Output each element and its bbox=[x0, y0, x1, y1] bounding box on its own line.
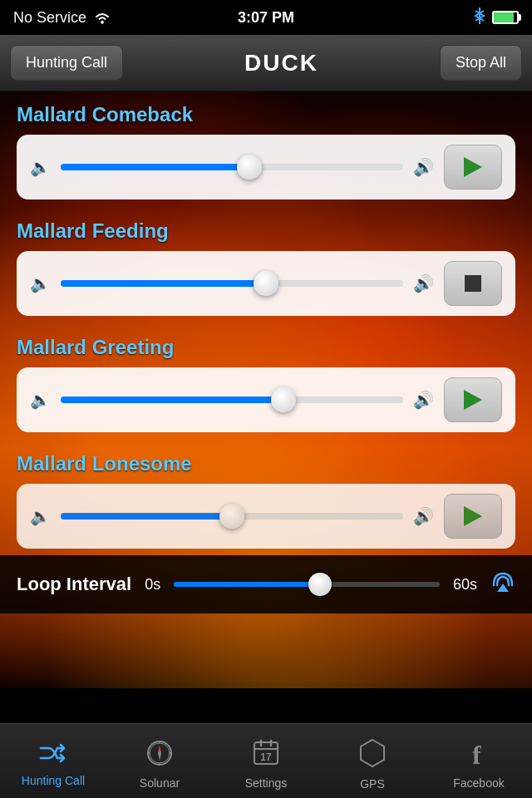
tab-label-gps: GPS bbox=[360, 777, 385, 791]
sound-title-1: Mallard Feeding bbox=[17, 219, 515, 243]
status-time: 3:07 PM bbox=[238, 9, 294, 27]
stop-all-button[interactable]: Stop All bbox=[440, 45, 522, 81]
sound-title-3: Mallard Lonesome bbox=[17, 452, 515, 475]
loop-slider-thumb[interactable] bbox=[308, 573, 332, 596]
airplay-icon[interactable] bbox=[490, 570, 515, 599]
sound-controls-1: 🔈 🔊 bbox=[17, 251, 515, 316]
stop-icon-1 bbox=[465, 275, 481, 292]
play-icon-0 bbox=[464, 157, 482, 177]
vol-low-icon-3: 🔈 bbox=[30, 506, 51, 526]
play-button-3[interactable] bbox=[444, 494, 502, 539]
compass-icon bbox=[145, 739, 174, 773]
tab-label-facebook: Facebook bbox=[453, 776, 504, 790]
bluetooth-icon bbox=[474, 7, 485, 28]
sound-title-0: Mallard Comeback bbox=[17, 103, 515, 126]
svg-marker-2 bbox=[497, 584, 509, 592]
main-content: Mallard Comeback 🔈 🔊 Mallard Feeding 🔈 bbox=[0, 91, 532, 688]
sound-controls-3: 🔈 🔊 bbox=[17, 484, 515, 549]
loop-interval-bar: Loop Interval 0s 60s bbox=[0, 555, 532, 613]
vol-low-icon-2: 🔈 bbox=[30, 390, 51, 410]
svg-marker-21 bbox=[361, 740, 384, 766]
svg-point-0 bbox=[101, 21, 104, 24]
svg-text:f: f bbox=[472, 740, 481, 767]
sound-controls-0: 🔈 🔊 bbox=[17, 135, 515, 200]
nav-bar: Hunting Call DUCK Stop All bbox=[0, 35, 532, 91]
stop-button-1[interactable] bbox=[444, 261, 502, 306]
tab-gps[interactable]: GPS bbox=[319, 732, 426, 791]
vol-high-icon-2: 🔊 bbox=[413, 390, 434, 410]
wifi-icon bbox=[93, 10, 111, 25]
loop-slider[interactable] bbox=[174, 582, 440, 587]
svg-text:17: 17 bbox=[260, 751, 272, 763]
shuffle-icon bbox=[39, 741, 67, 771]
calendar-icon: 17 bbox=[253, 739, 279, 773]
tab-bar: Hunting Call Solunar bbox=[0, 723, 532, 798]
scroll-area: Mallard Comeback 🔈 🔊 Mallard Feeding 🔈 bbox=[0, 91, 532, 557]
volume-slider-1[interactable] bbox=[61, 280, 403, 287]
tab-label-hunting-call: Hunting Call bbox=[22, 774, 85, 787]
loop-max-label: 60s bbox=[453, 576, 477, 594]
volume-slider-0[interactable] bbox=[61, 164, 403, 170]
loop-label: Loop Interval bbox=[17, 574, 131, 595]
vol-high-icon-1: 🔊 bbox=[413, 273, 434, 293]
volume-slider-2[interactable] bbox=[61, 397, 403, 403]
facebook-icon: f bbox=[467, 739, 490, 773]
sound-item-mallard-comeback: Mallard Comeback 🔈 🔊 bbox=[0, 91, 532, 208]
vol-high-icon-3: 🔊 bbox=[413, 506, 434, 526]
vol-low-icon-0: 🔈 bbox=[30, 157, 51, 177]
tab-label-settings: Settings bbox=[245, 776, 288, 790]
tab-facebook[interactable]: f Facebook bbox=[426, 732, 532, 790]
svg-point-15 bbox=[158, 751, 161, 755]
play-button-2[interactable] bbox=[444, 377, 502, 422]
page-title: DUCK bbox=[244, 50, 318, 76]
vol-low-icon-1: 🔈 bbox=[30, 273, 51, 293]
sound-item-mallard-lonesome: Mallard Lonesome 🔈 🔊 bbox=[0, 441, 532, 557]
tab-solunar[interactable]: Solunar bbox=[106, 732, 213, 790]
battery-icon bbox=[492, 11, 519, 24]
sound-controls-2: 🔈 🔊 bbox=[17, 367, 515, 432]
vol-high-icon-0: 🔊 bbox=[413, 157, 434, 177]
play-button-0[interactable] bbox=[444, 145, 502, 190]
tab-label-solunar: Solunar bbox=[140, 776, 180, 790]
hexagon-icon bbox=[359, 738, 386, 774]
carrier-text: No Service bbox=[13, 9, 86, 27]
tab-hunting-call[interactable]: Hunting Call bbox=[0, 735, 106, 787]
sound-title-2: Mallard Greeting bbox=[17, 336, 515, 359]
volume-slider-3[interactable] bbox=[61, 513, 403, 520]
sound-item-mallard-feeding: Mallard Feeding 🔈 🔊 bbox=[0, 208, 532, 324]
sound-item-mallard-greeting: Mallard Greeting 🔈 🔊 bbox=[0, 324, 532, 441]
status-bar: No Service 3:07 PM bbox=[0, 0, 532, 35]
play-icon-2 bbox=[464, 390, 482, 410]
back-button[interactable]: Hunting Call bbox=[10, 45, 123, 81]
play-icon-3 bbox=[464, 506, 482, 526]
tab-settings[interactable]: 17 Settings bbox=[213, 732, 319, 790]
loop-min-label: 0s bbox=[145, 576, 160, 594]
